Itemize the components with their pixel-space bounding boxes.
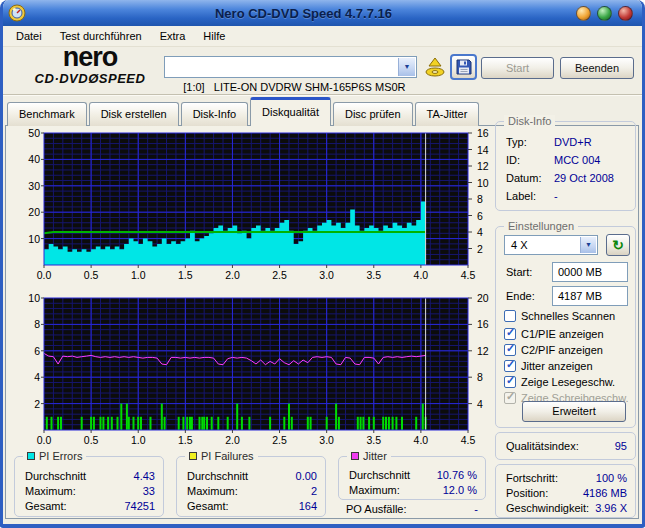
save-icon bbox=[456, 59, 472, 75]
disc-icon: Ø bbox=[88, 71, 99, 86]
pi-failures-max-label: Maximum: bbox=[187, 485, 238, 497]
pi-failures-legend-swatch bbox=[189, 452, 197, 460]
pif-jitter-chart: 246810481216200.00.51.01.52.02.53.03.54.… bbox=[8, 292, 492, 452]
disk-info-title: Disk-Info bbox=[504, 115, 555, 127]
svg-text:4.0: 4.0 bbox=[414, 434, 429, 446]
svg-text:4: 4 bbox=[34, 371, 40, 383]
title-bar: Nero CD-DVD Speed 4.7.7.16 bbox=[3, 0, 642, 26]
checkbox-schnelles-scannen[interactable]: ✓ Schnelles Scannen bbox=[504, 309, 615, 323]
checkbox-box: ✓ bbox=[504, 328, 516, 340]
svg-text:10: 10 bbox=[28, 233, 40, 245]
chevron-down-icon[interactable]: ▼ bbox=[580, 237, 596, 253]
start-button[interactable]: Start bbox=[481, 57, 554, 79]
po-failures-value: - bbox=[474, 503, 478, 515]
refresh-icon: ↻ bbox=[612, 237, 624, 253]
tab-disk-erstellen[interactable]: Disk erstellen bbox=[89, 102, 179, 126]
pi-errors-max-value: 33 bbox=[143, 485, 155, 497]
checkbox-box: ✓ bbox=[504, 376, 516, 388]
svg-text:1.0: 1.0 bbox=[131, 434, 146, 446]
tab-diskqualitaet[interactable]: Diskqualität bbox=[250, 97, 331, 126]
geschwindigkeit-label: Geschwindigkeit: bbox=[506, 502, 589, 514]
maximize-button[interactable] bbox=[597, 6, 612, 21]
pi-errors-chart: 10203040502468101214160.00.51.01.52.02.5… bbox=[8, 127, 492, 287]
pi-failures-max-value: 2 bbox=[311, 485, 317, 497]
svg-text:3.5: 3.5 bbox=[366, 269, 381, 281]
svg-text:30: 30 bbox=[28, 180, 40, 192]
tab-benchmark[interactable]: Benchmark bbox=[7, 102, 87, 126]
disk-label-value: - bbox=[554, 190, 558, 202]
svg-text:10: 10 bbox=[477, 177, 489, 189]
checkbox-c1-pie-anzeigen[interactable]: ✓ C1/PIE anzeigen bbox=[504, 327, 604, 341]
pi-failures-avg-value: 0.00 bbox=[296, 470, 317, 482]
checkbox-box: ✓ bbox=[504, 310, 516, 322]
geschwindigkeit-value: 3.96 X bbox=[595, 502, 627, 514]
svg-text:1.0: 1.0 bbox=[131, 269, 146, 281]
svg-text:3.0: 3.0 bbox=[319, 269, 334, 281]
svg-text:14: 14 bbox=[477, 144, 489, 156]
pi-failures-title: PI Failures bbox=[201, 450, 254, 462]
eject-button[interactable] bbox=[423, 55, 447, 79]
speed-select-value: 4 X bbox=[511, 239, 528, 251]
minimize-button[interactable] bbox=[576, 6, 591, 21]
svg-text:4.5: 4.5 bbox=[461, 269, 476, 281]
pi-errors-avg-label: Durchschnitt bbox=[25, 470, 86, 482]
tab-disk-info[interactable]: Disk-Info bbox=[181, 102, 248, 126]
disk-datum-label: Datum: bbox=[506, 172, 541, 184]
refresh-button[interactable]: ↻ bbox=[606, 234, 630, 256]
fortschritt-value: 100 % bbox=[596, 472, 627, 484]
jitter-group: Jitter Durchschnitt10.76 % Maximum:12.0 … bbox=[338, 456, 486, 500]
disk-id-label: ID: bbox=[506, 154, 520, 166]
disk-info-group: Disk-Info Typ:DVD+R ID:MCC 004 Datum:29 … bbox=[495, 121, 636, 211]
svg-text:40: 40 bbox=[28, 153, 40, 165]
checkbox-c2-pif-anzeigen[interactable]: ✓ C2/PIF anzeigen bbox=[504, 343, 603, 357]
svg-text:4: 4 bbox=[477, 398, 483, 410]
pi-failures-total-label: Gesamt: bbox=[187, 500, 229, 512]
save-button[interactable] bbox=[450, 54, 477, 80]
disk-typ-value: DVD+R bbox=[554, 136, 592, 148]
jitter-legend-swatch bbox=[351, 452, 359, 460]
close-button[interactable] bbox=[618, 6, 633, 21]
svg-text:2.5: 2.5 bbox=[272, 269, 287, 281]
jitter-max-value: 12.0 % bbox=[443, 484, 477, 496]
quit-button[interactable]: Beenden bbox=[560, 57, 634, 79]
svg-text:16: 16 bbox=[477, 318, 489, 330]
pi-errors-total-value: 74251 bbox=[124, 500, 155, 512]
progress-box: Fortschritt:100 % Position:4186 MB Gesch… bbox=[495, 464, 636, 518]
checkbox-jitter-anzeigen[interactable]: ✓ Jitter anzeigen bbox=[504, 359, 593, 373]
jitter-max-label: Maximum: bbox=[349, 484, 400, 496]
svg-text:50: 50 bbox=[28, 127, 40, 139]
app-icon bbox=[8, 4, 26, 22]
checkbox-zeige-lesegeschw[interactable]: ✓ Zeige Lesegeschw. bbox=[504, 375, 615, 389]
svg-text:3.5: 3.5 bbox=[366, 434, 381, 446]
start-mb-input[interactable]: 0000 MB bbox=[552, 262, 628, 282]
menu-hilfe[interactable]: Hilfe bbox=[194, 27, 234, 45]
svg-text:2.5: 2.5 bbox=[272, 434, 287, 446]
tab-disc-pruefen[interactable]: Disc prüfen bbox=[333, 102, 413, 126]
menu-datei[interactable]: Datei bbox=[7, 27, 51, 45]
svg-text:8: 8 bbox=[477, 371, 483, 383]
po-failures-label: PO Ausfälle: bbox=[346, 503, 407, 515]
pi-errors-total-label: Gesamt: bbox=[25, 500, 67, 512]
svg-text:10: 10 bbox=[28, 292, 40, 304]
pi-errors-group: PI Errors Durchschnitt4.43 Maximum:33 Ge… bbox=[14, 456, 164, 517]
start-mb-label: Start: bbox=[506, 266, 532, 278]
position-label: Position: bbox=[506, 487, 548, 499]
chevron-down-icon[interactable]: ▼ bbox=[398, 58, 415, 76]
svg-text:0.0: 0.0 bbox=[37, 434, 52, 446]
speed-select[interactable]: 4 X ▼ bbox=[504, 235, 598, 255]
settings-group: Einstellungen 4 X ▼ ↻ Start: 0000 MB End… bbox=[495, 226, 636, 428]
jitter-avg-value: 10.76 % bbox=[437, 469, 477, 481]
tab-ta-jitter[interactable]: TA-Jitter bbox=[415, 102, 480, 126]
menu-extra[interactable]: Extra bbox=[151, 27, 195, 45]
eject-icon bbox=[424, 56, 446, 78]
svg-text:0.5: 0.5 bbox=[84, 269, 99, 281]
logo-cddvd-text: CD·DVD bbox=[35, 71, 89, 86]
drive-select[interactable]: [1:0] LITE-ON DVDRW SHM-165P6S MS0R ▼ bbox=[164, 56, 417, 78]
svg-text:8: 8 bbox=[34, 318, 40, 330]
ende-mb-input[interactable]: 4187 MB bbox=[552, 286, 628, 306]
svg-text:4: 4 bbox=[477, 226, 483, 238]
svg-text:1.5: 1.5 bbox=[178, 269, 193, 281]
quality-index-value: 95 bbox=[615, 440, 627, 452]
nero-logo: nero CD·DVDØSPEED bbox=[16, 44, 164, 85]
advanced-button[interactable]: Erweitert bbox=[522, 401, 626, 422]
